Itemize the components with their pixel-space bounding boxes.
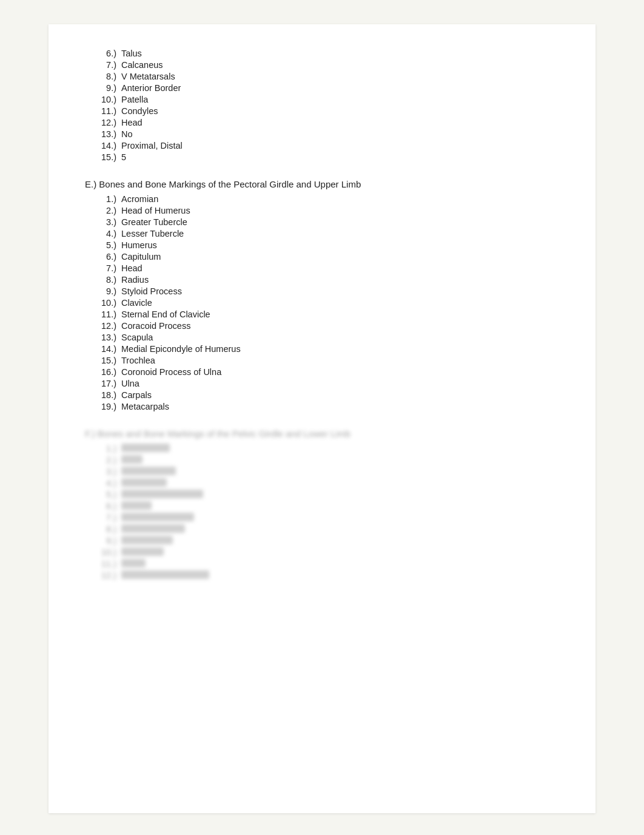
blurred-item-text: [121, 559, 146, 567]
item-number: 4.): [85, 229, 121, 238]
blurred-item-number: 5.): [85, 490, 121, 499]
blurred-list-item: 6.): [85, 501, 559, 511]
item-number: 7.): [85, 60, 121, 70]
item-number: 17.): [85, 379, 121, 388]
item-text: Calcaneus: [121, 60, 163, 70]
list-item: 1.)Acromian: [85, 194, 559, 204]
section-a-list: 6.)Talus7.)Calcaneus8.)V Metatarsals9.)A…: [85, 49, 559, 162]
blurred-item-number: 4.): [85, 478, 121, 488]
item-text: Scapula: [121, 333, 153, 342]
list-item: 16.)Coronoid Process of Ulna: [85, 367, 559, 377]
blurred-list-item: 8.): [85, 524, 559, 534]
item-text: Metacarpals: [121, 402, 169, 411]
item-text: Greater Tubercle: [121, 217, 187, 227]
section-e: E.) Bones and Bone Markings of the Pecto…: [85, 179, 559, 411]
item-text: Condyles: [121, 106, 158, 116]
blurred-item-number: 6.): [85, 501, 121, 511]
blurred-list-item: 11.): [85, 559, 559, 569]
item-text: Head of Humerus: [121, 206, 190, 215]
item-number: 12.): [85, 321, 121, 331]
item-text: Head: [121, 118, 143, 127]
item-number: 6.): [85, 49, 121, 58]
item-text: Radius: [121, 275, 149, 285]
list-item: 9.)Styloid Process: [85, 286, 559, 296]
item-number: 15.): [85, 356, 121, 365]
blurred-item-number: 8.): [85, 524, 121, 534]
blurred-item-text: [121, 501, 152, 510]
blurred-item-number: 11.): [85, 559, 121, 569]
list-item: 3.)Greater Tubercle: [85, 217, 559, 227]
section-e-list: 1.)Acromian2.)Head of Humerus3.)Greater …: [85, 194, 559, 411]
item-text: Capitulum: [121, 252, 161, 262]
item-text: Anterior Border: [121, 83, 181, 93]
item-number: 9.): [85, 83, 121, 93]
item-number: 12.): [85, 118, 121, 127]
item-number: 9.): [85, 286, 121, 296]
item-number: 2.): [85, 206, 121, 215]
item-text: Medial Epicondyle of Humerus: [121, 344, 241, 354]
item-text: V Metatarsals: [121, 72, 175, 81]
item-number: 8.): [85, 275, 121, 285]
item-text: No: [121, 129, 133, 139]
item-text: Proximal, Distal: [121, 141, 183, 150]
blurred-item-text: [121, 455, 143, 464]
list-item: 18.)Carpals: [85, 390, 559, 400]
list-item: 11.)Condyles: [85, 106, 559, 116]
blurred-item-number: 9.): [85, 536, 121, 546]
blurred-item-text: [121, 467, 176, 475]
blurred-item-text: [121, 524, 185, 533]
blurred-item-text: [121, 547, 164, 556]
item-text: Head: [121, 263, 143, 273]
blurred-item-text: [121, 478, 167, 487]
item-text: Patella: [121, 95, 148, 104]
list-item: 15.)5: [85, 152, 559, 162]
list-item: 7.)Head: [85, 263, 559, 273]
item-number: 1.): [85, 194, 121, 204]
item-text: Humerus: [121, 240, 157, 250]
item-text: Sternal End of Clavicle: [121, 309, 210, 319]
list-item: 13.)Scapula: [85, 333, 559, 342]
item-text: Carpals: [121, 390, 152, 400]
blurred-list-item: 7.): [85, 513, 559, 522]
item-number: 18.): [85, 390, 121, 400]
item-number: 10.): [85, 298, 121, 308]
blurred-list-item: 4.): [85, 478, 559, 488]
blurred-list-item: 3.): [85, 467, 559, 476]
blurred-item-number: 12.): [85, 570, 121, 580]
blurred-item-text: [121, 444, 170, 452]
item-number: 15.): [85, 152, 121, 162]
list-item: 17.)Ulna: [85, 379, 559, 388]
list-item: 15.)Trochlea: [85, 356, 559, 365]
blurred-list-item: 5.): [85, 490, 559, 499]
item-number: 10.): [85, 95, 121, 104]
blurred-list-item: 2.): [85, 455, 559, 465]
item-number: 5.): [85, 240, 121, 250]
list-item: 14.)Proximal, Distal: [85, 141, 559, 150]
list-item: 6.)Capitulum: [85, 252, 559, 262]
item-number: 19.): [85, 402, 121, 411]
item-text: Talus: [121, 49, 142, 58]
item-number: 13.): [85, 129, 121, 139]
list-item: 12.)Coracoid Process: [85, 321, 559, 331]
list-item: 11.)Sternal End of Clavicle: [85, 309, 559, 319]
blurred-item-text: [121, 490, 203, 498]
list-item: 19.)Metacarpals: [85, 402, 559, 411]
item-number: 11.): [85, 309, 121, 319]
list-item: 14.)Medial Epicondyle of Humerus: [85, 344, 559, 354]
item-number: 14.): [85, 141, 121, 150]
blurred-item-text: [121, 536, 173, 544]
item-number: 7.): [85, 263, 121, 273]
item-text: Coracoid Process: [121, 321, 190, 331]
item-number: 3.): [85, 217, 121, 227]
blurred-item-number: 7.): [85, 513, 121, 522]
item-text: Acromian: [121, 194, 158, 204]
blurred-item-number: 3.): [85, 467, 121, 476]
list-item: 9.)Anterior Border: [85, 83, 559, 93]
list-item: 5.)Humerus: [85, 240, 559, 250]
section-f-header: F.) Bones and Bone Markings of the Pelvi…: [85, 428, 559, 439]
item-number: 6.): [85, 252, 121, 262]
list-item: 10.)Patella: [85, 95, 559, 104]
blurred-item-text: [121, 513, 194, 521]
blurred-list-item: 10.): [85, 547, 559, 557]
blurred-list-item: 1.): [85, 444, 559, 453]
